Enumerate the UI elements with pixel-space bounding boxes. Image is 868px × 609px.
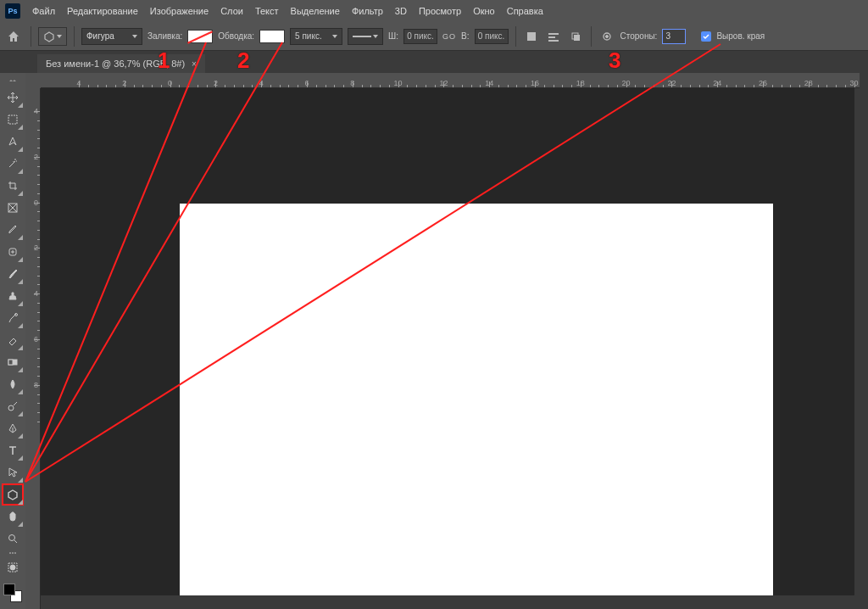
menu-select[interactable]: Выделение — [291, 6, 340, 16]
svg-point-15 — [8, 405, 14, 411]
tool-preset-dropdown[interactable] — [38, 27, 67, 46]
quick-mask-toggle[interactable] — [2, 556, 24, 578]
healing-brush-tool[interactable] — [2, 241, 24, 263]
tool-mode-select[interactable]: Фигура — [81, 28, 142, 45]
crop-tool[interactable] — [2, 175, 24, 197]
chevron-down-icon — [332, 35, 337, 38]
brush-tool[interactable] — [2, 263, 24, 285]
magic-wand-tool[interactable] — [2, 153, 24, 175]
document-tab-title: Без имени-1 @ 36,7% (RGB, 8#) — [46, 59, 185, 69]
svg-rect-6 — [574, 35, 580, 41]
svg-point-19 — [10, 565, 15, 570]
options-bar: Фигура Заливка: Обводка: 5 пикс. Ш: 0 пи… — [0, 22, 868, 51]
menu-edit[interactable]: Редактирование — [67, 6, 138, 16]
svg-rect-3 — [548, 36, 555, 38]
svg-rect-14 — [8, 360, 13, 365]
path-selection-tool[interactable] — [2, 461, 24, 483]
menu-filter[interactable]: Фильтр — [352, 6, 383, 16]
fill-label: Заливка: — [147, 31, 182, 41]
document-workarea: 42024681012141618202224262830 4202468 — [25, 73, 868, 609]
svg-rect-1 — [527, 32, 536, 41]
svg-point-8 — [605, 35, 608, 37]
chevron-down-icon — [373, 35, 378, 38]
zoom-tool[interactable] — [2, 528, 24, 550]
menu-layers[interactable]: Слои — [220, 6, 243, 16]
chevron-down-icon — [132, 35, 137, 38]
ruler-origin[interactable] — [25, 73, 41, 88]
sides-field[interactable]: 3 — [662, 29, 686, 44]
ps-logo: Ps — [5, 3, 20, 19]
menu-file[interactable]: Файл — [32, 6, 55, 16]
svg-rect-9 — [8, 115, 17, 124]
svg-rect-2 — [548, 33, 559, 35]
canvas[interactable] — [180, 204, 773, 599]
path-arrangement-button[interactable] — [567, 28, 584, 45]
document-tab[interactable]: Без имени-1 @ 36,7% (RGB, 8#) × — [37, 54, 205, 73]
menu-view[interactable]: Просмотр — [419, 6, 461, 16]
main-area: 42024681012141618202224262830 4202468 — [0, 73, 868, 609]
svg-point-12 — [15, 314, 18, 316]
type-tool[interactable] — [2, 439, 24, 461]
menu-image[interactable]: Изображение — [150, 6, 209, 16]
menu-window[interactable]: Окно — [473, 6, 495, 16]
chevron-down-icon — [57, 35, 62, 38]
solid-line-icon — [353, 36, 371, 37]
stroke-swatch[interactable] — [259, 30, 285, 43]
path-operations-button[interactable] — [523, 28, 540, 45]
stroke-width-value: 5 пикс. — [295, 31, 322, 41]
path-alignment-button[interactable] — [545, 28, 562, 45]
width-label: Ш: — [388, 31, 398, 41]
svg-marker-16 — [8, 490, 17, 500]
menubar: Ps Файл Редактирование Изображение Слои … — [0, 0, 868, 22]
tool-mode-label: Фигура — [86, 31, 114, 41]
clone-stamp-tool[interactable] — [2, 285, 24, 307]
history-brush-tool[interactable] — [2, 307, 24, 329]
stroke-label: Обводка: — [218, 31, 254, 41]
menu-help[interactable]: Справка — [507, 6, 543, 16]
link-wh-icon[interactable]: GO — [442, 32, 456, 41]
dodge-tool[interactable] — [2, 395, 24, 417]
height-label: В: — [461, 31, 469, 41]
svg-rect-4 — [548, 40, 559, 42]
height-field[interactable]: 0 пикс. — [475, 29, 509, 44]
vertical-ruler[interactable]: 4202468 — [25, 73, 41, 609]
eraser-tool[interactable] — [2, 329, 24, 351]
foreground-background-colors[interactable] — [2, 582, 24, 604]
document-tabbar: Без имени-1 @ 36,7% (RGB, 8#) × — [0, 51, 868, 73]
move-tool[interactable] — [2, 87, 24, 109]
svg-point-17 — [9, 535, 15, 541]
horizontal-ruler[interactable]: 42024681012141618202224262830 — [41, 73, 868, 88]
sides-label: Стороны: — [620, 31, 658, 41]
hand-tool[interactable] — [2, 506, 24, 528]
pen-tool[interactable] — [2, 417, 24, 439]
panel-toggle-icon[interactable] — [5, 76, 20, 85]
frame-tool[interactable] — [2, 197, 24, 219]
stroke-type-select[interactable] — [348, 28, 383, 45]
edit-toolbar-icon[interactable] — [5, 552, 20, 556]
marquee-tool[interactable] — [2, 109, 24, 131]
width-field[interactable]: 0 пикс. — [403, 29, 437, 44]
blur-tool[interactable] — [2, 373, 24, 395]
polygon-shape-tool[interactable] — [2, 483, 24, 506]
svg-marker-0 — [45, 32, 53, 42]
collapsed-panels-strip[interactable] — [860, 51, 868, 609]
eyedropper-tool[interactable] — [2, 219, 24, 241]
menu-3d[interactable]: 3D — [395, 6, 407, 16]
home-button[interactable] — [3, 26, 24, 47]
align-edges-checkbox[interactable] — [701, 31, 711, 42]
foreground-color-swatch[interactable] — [3, 584, 15, 595]
tools-panel — [0, 73, 25, 609]
gradient-tool[interactable] — [2, 351, 24, 373]
align-edges-label: Выров. края — [716, 31, 765, 41]
gear-icon[interactable] — [598, 28, 615, 45]
menu-text[interactable]: Текст — [255, 6, 279, 16]
fill-swatch[interactable] — [187, 30, 213, 43]
close-icon[interactable]: × — [192, 59, 197, 69]
horizontal-scrollbar[interactable] — [41, 595, 868, 609]
stroke-width-field[interactable]: 5 пикс. — [290, 28, 342, 45]
lasso-tool[interactable] — [2, 131, 24, 153]
